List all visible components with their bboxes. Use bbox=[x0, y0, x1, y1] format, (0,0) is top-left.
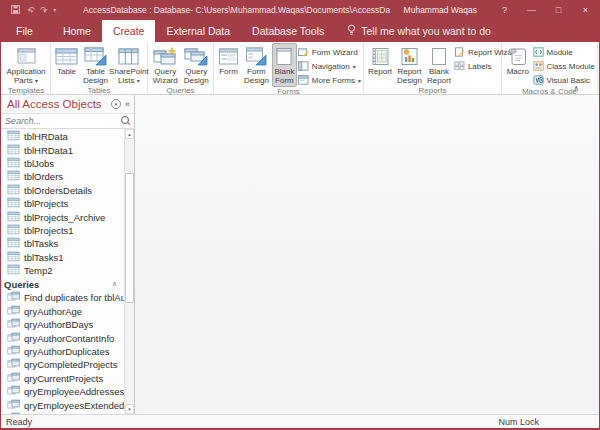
search-icon[interactable] bbox=[119, 115, 131, 127]
nav-item-label: Temp2 bbox=[24, 265, 53, 276]
ribbon-group-forms: Form Form Design Blank Form bbox=[214, 42, 364, 94]
customize-qat-icon[interactable]: ▾ bbox=[53, 7, 56, 13]
search-input[interactable] bbox=[1, 116, 119, 126]
nav-item-query[interactable]: qryAuthorBDays bbox=[1, 318, 124, 331]
group-label-tables: Tables bbox=[53, 86, 145, 96]
help-button[interactable]: ? bbox=[491, 0, 518, 20]
tab-external-data[interactable]: External Data bbox=[155, 20, 241, 42]
module-button[interactable]: Module bbox=[533, 46, 595, 59]
table-object-icon bbox=[7, 170, 20, 183]
table-object-icon bbox=[7, 130, 20, 143]
table-button[interactable]: Table bbox=[53, 43, 80, 86]
scroll-down-icon[interactable]: ▼ bbox=[125, 404, 134, 414]
ribbon-group-reports: Report Report Design Blank Report bbox=[364, 42, 502, 94]
nav-item-label: Find duplicates for tblAuthors bbox=[24, 292, 124, 303]
navigation-button[interactable]: Navigation ▾ bbox=[298, 60, 361, 73]
nav-section-header[interactable]: Queries∧ bbox=[1, 277, 124, 291]
tell-me-box[interactable]: Tell me what you want to do bbox=[347, 20, 491, 42]
table-object-icon bbox=[7, 237, 20, 250]
save-icon[interactable] bbox=[11, 5, 20, 16]
labels-icon bbox=[454, 61, 465, 73]
collapse-ribbon-icon[interactable]: ∧ bbox=[573, 84, 579, 93]
nav-scrollbar[interactable]: ▲ ▼ bbox=[124, 129, 134, 414]
group-label-forms: Forms bbox=[216, 87, 361, 97]
nav-item-query[interactable]: qryAuthorContantInfo bbox=[1, 331, 124, 344]
nav-section-label: Queries bbox=[4, 279, 39, 290]
query-object-icon bbox=[7, 305, 20, 318]
form-button[interactable]: Form bbox=[216, 43, 241, 87]
nav-item-query[interactable]: qryAuthorDuplicates bbox=[1, 345, 124, 358]
table-object-icon bbox=[7, 211, 20, 224]
nav-item-query[interactable]: qryEmployeeAddresses bbox=[1, 385, 124, 398]
nav-item-label: qryCurrentProjects bbox=[24, 373, 103, 384]
sharepoint-lists-button[interactable]: SharePoint Lists ▾ bbox=[111, 43, 147, 86]
form-design-button[interactable]: Form Design bbox=[242, 43, 271, 87]
tab-home[interactable]: Home bbox=[52, 20, 102, 42]
nav-item-table[interactable]: tblHRData bbox=[1, 130, 124, 143]
report-icon bbox=[370, 46, 391, 67]
table-design-button[interactable]: Table Design bbox=[81, 43, 110, 86]
close-button[interactable]: × bbox=[572, 0, 599, 20]
undo-icon[interactable]: ↶▾ bbox=[27, 6, 33, 15]
access-window: ↶▾ ↷▾ ▾ AccessDatabase : Database- C:\Us… bbox=[0, 0, 600, 430]
status-ready: Ready bbox=[6, 417, 32, 427]
nav-item-table[interactable]: tblJobs bbox=[1, 157, 124, 170]
nav-item-query[interactable]: qryCompletedProjects bbox=[1, 358, 124, 371]
blank-report-button[interactable]: Blank Report bbox=[425, 43, 453, 86]
nav-item-query[interactable]: qryAuthorAge bbox=[1, 305, 124, 318]
nav-item-table[interactable]: tblProjects bbox=[1, 197, 124, 210]
nav-item-table[interactable]: Temp2 bbox=[1, 264, 124, 277]
lightbulb-icon bbox=[347, 24, 356, 39]
shutter-bar-close-icon[interactable]: « bbox=[125, 100, 130, 109]
tab-file[interactable]: File bbox=[5, 20, 44, 42]
table-object-icon bbox=[7, 184, 20, 197]
table-object-icon bbox=[7, 144, 20, 157]
tab-database-tools[interactable]: Database Tools bbox=[241, 20, 335, 42]
nav-item-table[interactable]: tblHRData1 bbox=[1, 143, 124, 156]
nav-item-table[interactable]: tblTasks bbox=[1, 237, 124, 250]
window-controls: ? — □ × bbox=[491, 0, 599, 20]
form-icon bbox=[218, 46, 239, 67]
nav-pane-menu-icon[interactable]: ▾ bbox=[111, 99, 121, 109]
query-design-button[interactable]: Query Design bbox=[181, 43, 211, 86]
query-object-icon bbox=[7, 399, 20, 412]
report-design-button[interactable]: Report Design bbox=[395, 43, 424, 86]
blank-report-icon bbox=[429, 46, 449, 67]
class-module-icon bbox=[533, 61, 544, 73]
query-wizard-button[interactable]: Query Wizard bbox=[150, 43, 180, 86]
more-forms-button[interactable]: More Forms ▾ bbox=[298, 74, 361, 87]
signed-in-user[interactable]: Muhammad Waqas bbox=[404, 5, 477, 15]
tab-create[interactable]: Create bbox=[102, 20, 156, 42]
section-collapse-icon[interactable]: ∧ bbox=[112, 280, 117, 288]
scroll-up-icon[interactable]: ▲ bbox=[125, 129, 134, 139]
nav-item-table[interactable]: tblTasks1 bbox=[1, 251, 124, 264]
visual-basic-icon bbox=[533, 75, 544, 87]
visual-basic-button[interactable]: Visual Basic bbox=[533, 74, 595, 87]
nav-item-label: tblHRData bbox=[24, 131, 68, 142]
nav-item-query[interactable]: qryEmployeesExtended bbox=[1, 398, 124, 411]
query-object-icon bbox=[7, 291, 20, 304]
macro-button[interactable]: Macro bbox=[504, 43, 532, 87]
redo-icon[interactable]: ↷▾ bbox=[40, 6, 46, 15]
table-design-icon bbox=[84, 46, 107, 67]
minimize-button[interactable]: — bbox=[518, 0, 545, 20]
scrollbar-thumb[interactable] bbox=[125, 173, 134, 303]
nav-item-label: tblProjects1 bbox=[24, 225, 74, 236]
nav-item-table[interactable]: tblOrdersDetails bbox=[1, 184, 124, 197]
report-wizard-icon bbox=[454, 47, 465, 59]
nav-item-table[interactable]: tblProjects1 bbox=[1, 224, 124, 237]
blank-form-button[interactable]: Blank Form bbox=[272, 43, 297, 87]
maximize-button[interactable]: □ bbox=[545, 0, 572, 20]
class-module-button[interactable]: Class Module bbox=[533, 60, 595, 73]
nav-item-table[interactable]: tblOrders bbox=[1, 170, 124, 183]
nav-item-label: qryCompletedProjects bbox=[24, 359, 117, 370]
query-object-icon bbox=[7, 318, 20, 331]
nav-item-query[interactable]: qryCurrentProjects bbox=[1, 372, 124, 385]
report-button[interactable]: Report bbox=[366, 43, 394, 86]
nav-item-label: qryAuthorBDays bbox=[24, 319, 93, 330]
nav-item-query[interactable]: Find duplicates for tblAuthors bbox=[1, 291, 124, 304]
application-parts-button[interactable]: Application Parts ▾ bbox=[4, 43, 48, 86]
nav-item-table[interactable]: tblProjects_Archive bbox=[1, 210, 124, 223]
form-wizard-button[interactable]: Form Wizard bbox=[298, 46, 361, 59]
nav-item-label: qryEmployeesExtended bbox=[24, 400, 124, 411]
